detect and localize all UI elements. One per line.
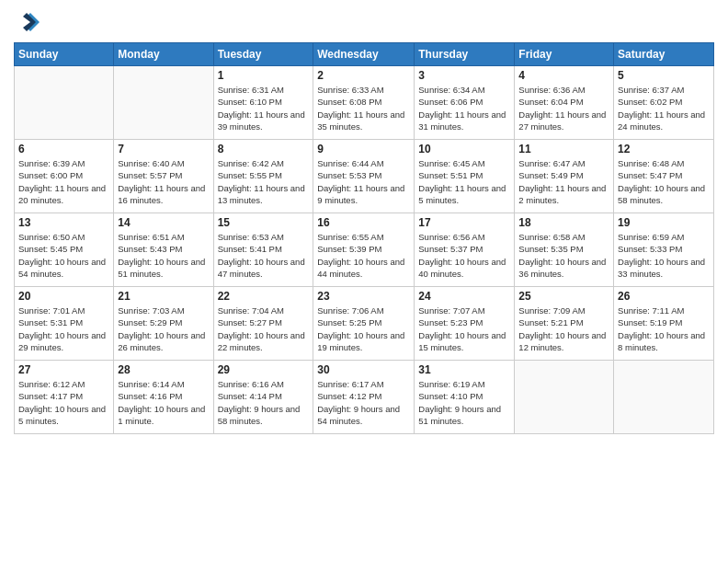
day-number: 10 — [418, 143, 510, 155]
calendar-cell: 26Sunrise: 7:11 AM Sunset: 5:19 PM Dayli… — [614, 287, 714, 361]
day-info: Sunrise: 6:40 AM Sunset: 5:57 PM Dayligh… — [118, 157, 209, 206]
calendar-cell: 12Sunrise: 6:48 AM Sunset: 5:47 PM Dayli… — [614, 140, 714, 213]
day-info: Sunrise: 6:59 AM Sunset: 5:33 PM Dayligh… — [618, 231, 710, 280]
weekday-header-tuesday: Tuesday — [213, 43, 313, 66]
day-info: Sunrise: 7:03 AM Sunset: 5:29 PM Dayligh… — [118, 304, 209, 353]
logo-icon — [14, 9, 40, 35]
day-number: 21 — [118, 290, 209, 303]
calendar-cell: 20Sunrise: 7:01 AM Sunset: 5:31 PM Dayli… — [15, 287, 114, 361]
calendar-cell: 18Sunrise: 6:58 AM Sunset: 5:35 PM Dayli… — [515, 213, 614, 287]
day-number: 17 — [418, 216, 510, 229]
calendar-cell: 23Sunrise: 7:06 AM Sunset: 5:25 PM Dayli… — [313, 287, 415, 361]
day-number: 14 — [118, 216, 209, 229]
day-number: 25 — [518, 290, 609, 303]
day-info: Sunrise: 6:33 AM Sunset: 6:08 PM Dayligh… — [317, 84, 410, 132]
day-number: 6 — [18, 143, 109, 155]
calendar-cell — [15, 66, 114, 140]
weekday-header-saturday: Saturday — [614, 43, 714, 66]
day-info: Sunrise: 6:34 AM Sunset: 6:06 PM Dayligh… — [418, 84, 510, 132]
calendar-table: SundayMondayTuesdayWednesdayThursdayFrid… — [14, 42, 714, 434]
day-number: 15 — [218, 216, 310, 229]
day-info: Sunrise: 6:44 AM Sunset: 5:53 PM Dayligh… — [317, 157, 410, 206]
day-number: 20 — [18, 290, 109, 303]
calendar-cell: 24Sunrise: 7:07 AM Sunset: 5:23 PM Dayli… — [415, 287, 515, 361]
day-info: Sunrise: 6:48 AM Sunset: 5:47 PM Dayligh… — [618, 157, 710, 206]
calendar-cell: 2Sunrise: 6:33 AM Sunset: 6:08 PM Daylig… — [313, 66, 415, 140]
day-info: Sunrise: 6:19 AM Sunset: 4:10 PM Dayligh… — [418, 378, 510, 427]
day-number: 3 — [418, 69, 510, 82]
weekday-header-sunday: Sunday — [15, 43, 114, 66]
week-row-4: 20Sunrise: 7:01 AM Sunset: 5:31 PM Dayli… — [15, 287, 714, 361]
calendar-cell: 7Sunrise: 6:40 AM Sunset: 5:57 PM Daylig… — [114, 140, 213, 213]
calendar-cell: 5Sunrise: 6:37 AM Sunset: 6:02 PM Daylig… — [614, 66, 714, 140]
week-row-3: 13Sunrise: 6:50 AM Sunset: 5:45 PM Dayli… — [15, 213, 714, 287]
day-info: Sunrise: 6:50 AM Sunset: 5:45 PM Dayligh… — [18, 231, 109, 280]
weekday-header-friday: Friday — [515, 43, 614, 66]
day-number: 1 — [218, 69, 310, 82]
calendar-cell: 3Sunrise: 6:34 AM Sunset: 6:06 PM Daylig… — [415, 66, 515, 140]
calendar-cell: 14Sunrise: 6:51 AM Sunset: 5:43 PM Dayli… — [114, 213, 213, 287]
weekday-header-wednesday: Wednesday — [313, 43, 415, 66]
header — [14, 9, 714, 35]
day-number: 16 — [317, 216, 410, 229]
calendar-cell: 31Sunrise: 6:19 AM Sunset: 4:10 PM Dayli… — [415, 361, 515, 434]
calendar-cell: 4Sunrise: 6:36 AM Sunset: 6:04 PM Daylig… — [515, 66, 614, 140]
day-number: 31 — [418, 363, 510, 376]
day-number: 4 — [518, 69, 609, 82]
calendar-cell — [515, 361, 614, 434]
day-info: Sunrise: 7:07 AM Sunset: 5:23 PM Dayligh… — [418, 304, 510, 353]
logo — [14, 9, 43, 35]
day-info: Sunrise: 6:12 AM Sunset: 4:17 PM Dayligh… — [18, 378, 109, 427]
day-number: 13 — [18, 216, 109, 229]
day-number: 26 — [618, 290, 710, 303]
day-number: 5 — [618, 69, 710, 82]
weekday-header-monday: Monday — [114, 43, 213, 66]
day-number: 27 — [18, 363, 109, 376]
day-info: Sunrise: 6:45 AM Sunset: 5:51 PM Dayligh… — [418, 157, 510, 206]
day-number: 11 — [518, 143, 609, 155]
calendar-cell — [614, 361, 714, 434]
calendar-cell: 28Sunrise: 6:14 AM Sunset: 4:16 PM Dayli… — [114, 361, 213, 434]
day-number: 18 — [518, 216, 609, 229]
day-number: 9 — [317, 143, 410, 155]
weekday-header-thursday: Thursday — [415, 43, 515, 66]
calendar-cell: 10Sunrise: 6:45 AM Sunset: 5:51 PM Dayli… — [415, 140, 515, 213]
day-info: Sunrise: 7:01 AM Sunset: 5:31 PM Dayligh… — [18, 304, 109, 353]
day-number: 8 — [218, 143, 310, 155]
day-info: Sunrise: 7:11 AM Sunset: 5:19 PM Dayligh… — [618, 304, 710, 353]
calendar-cell: 11Sunrise: 6:47 AM Sunset: 5:49 PM Dayli… — [515, 140, 614, 213]
calendar-cell: 15Sunrise: 6:53 AM Sunset: 5:41 PM Dayli… — [213, 213, 313, 287]
day-number: 22 — [218, 290, 310, 303]
day-info: Sunrise: 6:56 AM Sunset: 5:37 PM Dayligh… — [418, 231, 510, 280]
week-row-2: 6Sunrise: 6:39 AM Sunset: 6:00 PM Daylig… — [15, 140, 714, 213]
day-info: Sunrise: 6:51 AM Sunset: 5:43 PM Dayligh… — [118, 231, 209, 280]
day-number: 7 — [118, 143, 209, 155]
day-info: Sunrise: 6:14 AM Sunset: 4:16 PM Dayligh… — [118, 378, 209, 427]
day-info: Sunrise: 6:16 AM Sunset: 4:14 PM Dayligh… — [218, 378, 310, 427]
day-info: Sunrise: 6:36 AM Sunset: 6:04 PM Dayligh… — [518, 84, 609, 132]
calendar-cell: 30Sunrise: 6:17 AM Sunset: 4:12 PM Dayli… — [313, 361, 415, 434]
day-number: 29 — [218, 363, 310, 376]
page: SundayMondayTuesdayWednesdayThursdayFrid… — [0, 0, 728, 563]
day-number: 2 — [317, 69, 410, 82]
day-info: Sunrise: 6:37 AM Sunset: 6:02 PM Dayligh… — [618, 84, 710, 132]
day-number: 30 — [317, 363, 410, 376]
day-info: Sunrise: 6:47 AM Sunset: 5:49 PM Dayligh… — [518, 157, 609, 206]
calendar-cell: 27Sunrise: 6:12 AM Sunset: 4:17 PM Dayli… — [15, 361, 114, 434]
day-info: Sunrise: 6:53 AM Sunset: 5:41 PM Dayligh… — [218, 231, 310, 280]
day-number: 12 — [618, 143, 710, 155]
calendar-cell: 8Sunrise: 6:42 AM Sunset: 5:55 PM Daylig… — [213, 140, 313, 213]
calendar-cell: 19Sunrise: 6:59 AM Sunset: 5:33 PM Dayli… — [614, 213, 714, 287]
day-info: Sunrise: 7:09 AM Sunset: 5:21 PM Dayligh… — [518, 304, 609, 353]
day-info: Sunrise: 6:31 AM Sunset: 6:10 PM Dayligh… — [218, 84, 310, 132]
week-row-5: 27Sunrise: 6:12 AM Sunset: 4:17 PM Dayli… — [15, 361, 714, 434]
day-info: Sunrise: 7:06 AM Sunset: 5:25 PM Dayligh… — [317, 304, 410, 353]
weekday-header-row: SundayMondayTuesdayWednesdayThursdayFrid… — [15, 43, 714, 66]
calendar-cell: 22Sunrise: 7:04 AM Sunset: 5:27 PM Dayli… — [213, 287, 313, 361]
week-row-1: 1Sunrise: 6:31 AM Sunset: 6:10 PM Daylig… — [15, 66, 714, 140]
day-number: 28 — [118, 363, 209, 376]
day-number: 19 — [618, 216, 710, 229]
day-number: 23 — [317, 290, 410, 303]
day-info: Sunrise: 6:17 AM Sunset: 4:12 PM Dayligh… — [317, 378, 410, 427]
calendar-cell: 13Sunrise: 6:50 AM Sunset: 5:45 PM Dayli… — [15, 213, 114, 287]
